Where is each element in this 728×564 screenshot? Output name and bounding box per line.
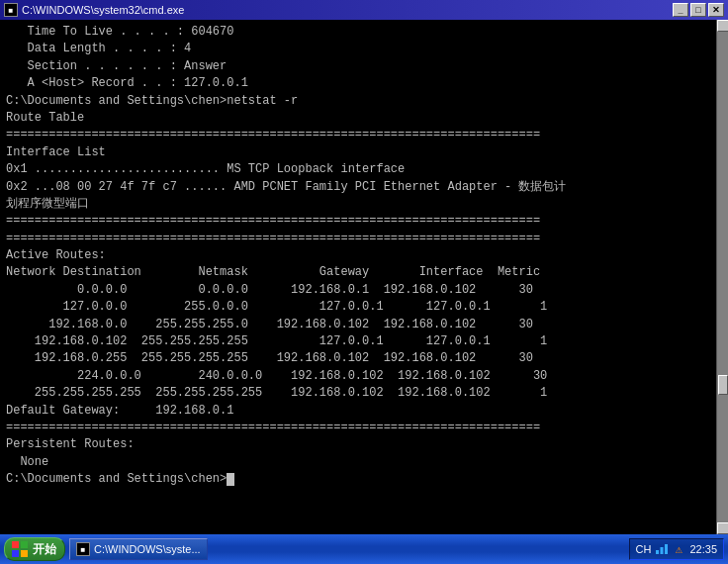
cursor: [227, 473, 234, 486]
cmd-line: Route Table: [6, 110, 710, 127]
svg-rect-4: [656, 550, 659, 554]
cmd-content: Time To Live . . . . : 604670 Data Lengt…: [0, 20, 728, 534]
svg-rect-1: [21, 541, 28, 548]
network-icon: [655, 542, 669, 556]
cmd-line: 0x2 ...08 00 27 4f 7f c7 ...... AMD PCNE…: [6, 179, 710, 196]
cmd-line: 224.0.0.0 240.0.0.0 192.168.0.102 192.16…: [6, 368, 710, 385]
taskbar: 开始 ■ C:\WINDOWS\syste... CH ⚠ 22:35: [0, 534, 728, 564]
cmd-line: 192.168.0.102 255.255.255.255 127.0.0.1 …: [6, 333, 710, 350]
cmd-line: Network Destination Netmask Gateway Inte…: [6, 264, 710, 281]
cmd-line: 127.0.0.0 255.0.0.0 127.0.0.1 127.0.0.1 …: [6, 299, 710, 316]
svg-rect-6: [665, 544, 668, 554]
svg-rect-3: [21, 550, 28, 557]
cmd-line: C:\Documents and Settings\chen>: [6, 471, 710, 488]
cmd-line: ========================================…: [6, 127, 710, 143]
cmd-line: ========================================…: [6, 420, 710, 436]
svg-rect-5: [661, 547, 664, 554]
cmd-line: 划程序微型端口: [6, 196, 710, 213]
title-buttons: _ □ ✕: [673, 3, 724, 17]
cmd-line: None: [6, 454, 710, 471]
scroll-up-button[interactable]: ▲: [717, 20, 729, 32]
svg-rect-0: [12, 541, 19, 548]
cmd-line: Active Routes:: [6, 247, 710, 264]
cmd-line: C:\Documents and Settings\chen>netstat -…: [6, 93, 710, 110]
cmd-line: Interface List: [6, 144, 710, 161]
svg-rect-2: [12, 550, 19, 557]
cmd-line: ========================================…: [6, 231, 710, 247]
cmd-line: 0x1 .......................... MS TCP Lo…: [6, 161, 710, 178]
alert-icon: ⚠: [672, 542, 685, 556]
language-indicator: CH: [636, 543, 652, 555]
window-title: C:\WINDOWS\system32\cmd.exe: [22, 4, 184, 16]
scroll-down-button[interactable]: ▼: [717, 522, 729, 534]
system-clock: 22:35: [689, 543, 717, 555]
cmd-line: Default Gateway: 192.168.0.1: [6, 403, 710, 420]
taskbar-cmd-item[interactable]: ■ C:\WINDOWS\syste...: [69, 538, 208, 560]
cmd-line: Data Length . . . . : 4: [6, 41, 710, 57]
tray-icons: ⚠: [655, 542, 685, 556]
cmd-window: ■ C:\WINDOWS\system32\cmd.exe _ □ ✕ Time…: [0, 0, 728, 564]
cmd-line: A <Host> Record . . : 127.0.0.1: [6, 75, 710, 92]
scroll-thumb[interactable]: [718, 375, 728, 395]
cmd-line: ========================================…: [6, 213, 710, 230]
scroll-track: [717, 32, 729, 522]
title-bar-left: ■ C:\WINDOWS\system32\cmd.exe: [4, 3, 184, 17]
cmd-line: Time To Live . . . . : 604670: [6, 24, 710, 41]
start-label: 开始: [33, 541, 56, 558]
scrollbar[interactable]: ▲ ▼: [716, 20, 728, 534]
taskbar-item-label: C:\WINDOWS\syste...: [94, 543, 201, 555]
cmd-line: 192.168.0.0 255.255.255.0 192.168.0.102 …: [6, 317, 710, 333]
cmd-line: 255.255.255.255 255.255.255.255 192.168.…: [6, 385, 710, 402]
cmd-line: Section . . . . . . : Answer: [6, 58, 710, 75]
close-button[interactable]: ✕: [708, 3, 724, 17]
cmd-line: Persistent Routes:: [6, 436, 710, 453]
title-bar: ■ C:\WINDOWS\system32\cmd.exe _ □ ✕: [0, 0, 728, 20]
restore-button[interactable]: □: [690, 3, 706, 17]
taskbar-system-tray: CH ⚠ 22:35: [629, 538, 724, 560]
cmd-line: 192.168.0.255 255.255.255.255 192.168.0.…: [6, 350, 710, 367]
minimize-button[interactable]: _: [673, 3, 688, 17]
cmd-icon: ■: [4, 3, 18, 17]
start-button[interactable]: 开始: [4, 537, 65, 561]
windows-logo-icon: [11, 540, 29, 558]
cmd-line: 0.0.0.0 0.0.0.0 192.168.0.1 192.168.0.10…: [6, 282, 710, 299]
cmd-text-area: Time To Live . . . . : 604670 Data Lengt…: [0, 20, 716, 534]
taskbar-cmd-icon: ■: [76, 542, 90, 556]
